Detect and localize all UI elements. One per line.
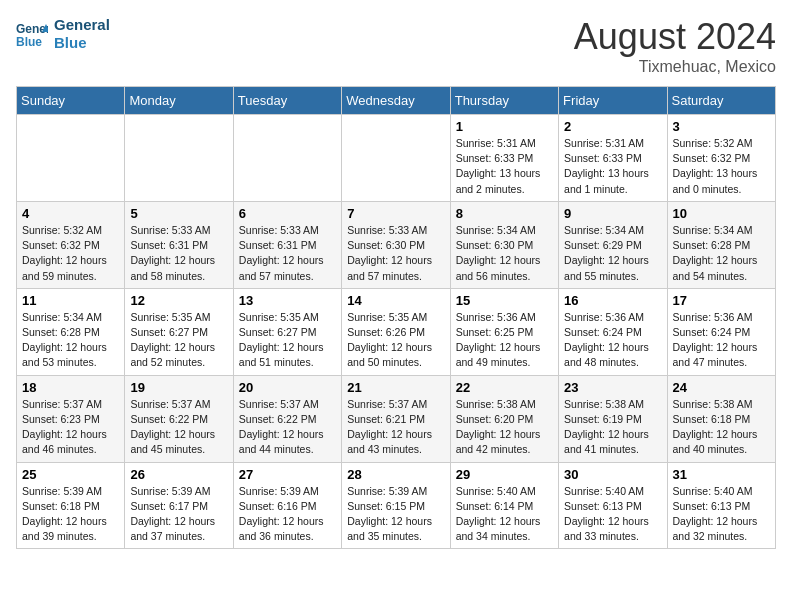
- day-info: Sunrise: 5:39 AMSunset: 6:16 PMDaylight:…: [239, 484, 336, 545]
- header: General Blue General Blue August 2024 Ti…: [16, 16, 776, 76]
- calendar-cell: 10Sunrise: 5:34 AMSunset: 6:28 PMDayligh…: [667, 201, 775, 288]
- calendar-cell: 1Sunrise: 5:31 AMSunset: 6:33 PMDaylight…: [450, 115, 558, 202]
- day-number: 29: [456, 467, 553, 482]
- day-info: Sunrise: 5:38 AMSunset: 6:19 PMDaylight:…: [564, 397, 661, 458]
- calendar-cell: 12Sunrise: 5:35 AMSunset: 6:27 PMDayligh…: [125, 288, 233, 375]
- week-row-5: 25Sunrise: 5:39 AMSunset: 6:18 PMDayligh…: [17, 462, 776, 549]
- calendar-cell: 4Sunrise: 5:32 AMSunset: 6:32 PMDaylight…: [17, 201, 125, 288]
- day-number: 2: [564, 119, 661, 134]
- day-number: 5: [130, 206, 227, 221]
- calendar-cell: 20Sunrise: 5:37 AMSunset: 6:22 PMDayligh…: [233, 375, 341, 462]
- day-number: 31: [673, 467, 770, 482]
- day-info: Sunrise: 5:38 AMSunset: 6:20 PMDaylight:…: [456, 397, 553, 458]
- calendar-cell: [233, 115, 341, 202]
- calendar-cell: 17Sunrise: 5:36 AMSunset: 6:24 PMDayligh…: [667, 288, 775, 375]
- day-number: 23: [564, 380, 661, 395]
- col-header-sunday: Sunday: [17, 87, 125, 115]
- day-info: Sunrise: 5:37 AMSunset: 6:22 PMDaylight:…: [130, 397, 227, 458]
- day-info: Sunrise: 5:35 AMSunset: 6:27 PMDaylight:…: [130, 310, 227, 371]
- week-row-4: 18Sunrise: 5:37 AMSunset: 6:23 PMDayligh…: [17, 375, 776, 462]
- calendar-cell: 19Sunrise: 5:37 AMSunset: 6:22 PMDayligh…: [125, 375, 233, 462]
- calendar-cell: 5Sunrise: 5:33 AMSunset: 6:31 PMDaylight…: [125, 201, 233, 288]
- calendar-cell: 3Sunrise: 5:32 AMSunset: 6:32 PMDaylight…: [667, 115, 775, 202]
- calendar-cell: 21Sunrise: 5:37 AMSunset: 6:21 PMDayligh…: [342, 375, 450, 462]
- day-info: Sunrise: 5:36 AMSunset: 6:24 PMDaylight:…: [564, 310, 661, 371]
- week-row-2: 4Sunrise: 5:32 AMSunset: 6:32 PMDaylight…: [17, 201, 776, 288]
- logo: General Blue General Blue: [16, 16, 110, 52]
- calendar-cell: 8Sunrise: 5:34 AMSunset: 6:30 PMDaylight…: [450, 201, 558, 288]
- calendar-cell: 29Sunrise: 5:40 AMSunset: 6:14 PMDayligh…: [450, 462, 558, 549]
- day-number: 13: [239, 293, 336, 308]
- day-number: 1: [456, 119, 553, 134]
- col-header-monday: Monday: [125, 87, 233, 115]
- title-area: August 2024 Tixmehuac, Mexico: [574, 16, 776, 76]
- day-number: 22: [456, 380, 553, 395]
- calendar-cell: 28Sunrise: 5:39 AMSunset: 6:15 PMDayligh…: [342, 462, 450, 549]
- day-info: Sunrise: 5:33 AMSunset: 6:31 PMDaylight:…: [239, 223, 336, 284]
- day-number: 4: [22, 206, 119, 221]
- day-number: 27: [239, 467, 336, 482]
- calendar-header-row: SundayMondayTuesdayWednesdayThursdayFrid…: [17, 87, 776, 115]
- col-header-thursday: Thursday: [450, 87, 558, 115]
- day-info: Sunrise: 5:39 AMSunset: 6:17 PMDaylight:…: [130, 484, 227, 545]
- day-number: 15: [456, 293, 553, 308]
- calendar-cell: 31Sunrise: 5:40 AMSunset: 6:13 PMDayligh…: [667, 462, 775, 549]
- day-info: Sunrise: 5:40 AMSunset: 6:14 PMDaylight:…: [456, 484, 553, 545]
- logo-icon: General Blue: [16, 20, 48, 48]
- day-number: 18: [22, 380, 119, 395]
- day-info: Sunrise: 5:34 AMSunset: 6:29 PMDaylight:…: [564, 223, 661, 284]
- calendar-cell: 14Sunrise: 5:35 AMSunset: 6:26 PMDayligh…: [342, 288, 450, 375]
- col-header-saturday: Saturday: [667, 87, 775, 115]
- day-number: 8: [456, 206, 553, 221]
- calendar-cell: 27Sunrise: 5:39 AMSunset: 6:16 PMDayligh…: [233, 462, 341, 549]
- svg-text:Blue: Blue: [16, 35, 42, 48]
- day-info: Sunrise: 5:32 AMSunset: 6:32 PMDaylight:…: [22, 223, 119, 284]
- day-info: Sunrise: 5:35 AMSunset: 6:26 PMDaylight:…: [347, 310, 444, 371]
- month-year: August 2024: [574, 16, 776, 58]
- calendar-cell: 26Sunrise: 5:39 AMSunset: 6:17 PMDayligh…: [125, 462, 233, 549]
- calendar-cell: 22Sunrise: 5:38 AMSunset: 6:20 PMDayligh…: [450, 375, 558, 462]
- calendar-body: 1Sunrise: 5:31 AMSunset: 6:33 PMDaylight…: [17, 115, 776, 549]
- day-number: 30: [564, 467, 661, 482]
- day-info: Sunrise: 5:32 AMSunset: 6:32 PMDaylight:…: [673, 136, 770, 197]
- day-info: Sunrise: 5:31 AMSunset: 6:33 PMDaylight:…: [456, 136, 553, 197]
- calendar-cell: 11Sunrise: 5:34 AMSunset: 6:28 PMDayligh…: [17, 288, 125, 375]
- day-number: 9: [564, 206, 661, 221]
- day-info: Sunrise: 5:37 AMSunset: 6:22 PMDaylight:…: [239, 397, 336, 458]
- calendar-cell: 30Sunrise: 5:40 AMSunset: 6:13 PMDayligh…: [559, 462, 667, 549]
- day-info: Sunrise: 5:33 AMSunset: 6:30 PMDaylight:…: [347, 223, 444, 284]
- calendar-cell: [17, 115, 125, 202]
- day-number: 19: [130, 380, 227, 395]
- day-number: 21: [347, 380, 444, 395]
- logo-general: General: [54, 16, 110, 34]
- day-number: 28: [347, 467, 444, 482]
- day-info: Sunrise: 5:36 AMSunset: 6:24 PMDaylight:…: [673, 310, 770, 371]
- location: Tixmehuac, Mexico: [574, 58, 776, 76]
- calendar-cell: 9Sunrise: 5:34 AMSunset: 6:29 PMDaylight…: [559, 201, 667, 288]
- day-info: Sunrise: 5:39 AMSunset: 6:18 PMDaylight:…: [22, 484, 119, 545]
- day-info: Sunrise: 5:39 AMSunset: 6:15 PMDaylight:…: [347, 484, 444, 545]
- calendar-cell: 13Sunrise: 5:35 AMSunset: 6:27 PMDayligh…: [233, 288, 341, 375]
- day-number: 3: [673, 119, 770, 134]
- calendar-cell: 25Sunrise: 5:39 AMSunset: 6:18 PMDayligh…: [17, 462, 125, 549]
- day-info: Sunrise: 5:37 AMSunset: 6:23 PMDaylight:…: [22, 397, 119, 458]
- calendar-cell: 15Sunrise: 5:36 AMSunset: 6:25 PMDayligh…: [450, 288, 558, 375]
- day-number: 25: [22, 467, 119, 482]
- col-header-wednesday: Wednesday: [342, 87, 450, 115]
- calendar-cell: [342, 115, 450, 202]
- col-header-tuesday: Tuesday: [233, 87, 341, 115]
- day-number: 11: [22, 293, 119, 308]
- day-info: Sunrise: 5:31 AMSunset: 6:33 PMDaylight:…: [564, 136, 661, 197]
- day-info: Sunrise: 5:34 AMSunset: 6:28 PMDaylight:…: [673, 223, 770, 284]
- logo-blue: Blue: [54, 34, 110, 52]
- day-number: 12: [130, 293, 227, 308]
- day-info: Sunrise: 5:34 AMSunset: 6:30 PMDaylight:…: [456, 223, 553, 284]
- day-info: Sunrise: 5:34 AMSunset: 6:28 PMDaylight:…: [22, 310, 119, 371]
- calendar-cell: 18Sunrise: 5:37 AMSunset: 6:23 PMDayligh…: [17, 375, 125, 462]
- calendar-cell: 7Sunrise: 5:33 AMSunset: 6:30 PMDaylight…: [342, 201, 450, 288]
- day-info: Sunrise: 5:36 AMSunset: 6:25 PMDaylight:…: [456, 310, 553, 371]
- day-info: Sunrise: 5:38 AMSunset: 6:18 PMDaylight:…: [673, 397, 770, 458]
- day-number: 7: [347, 206, 444, 221]
- week-row-1: 1Sunrise: 5:31 AMSunset: 6:33 PMDaylight…: [17, 115, 776, 202]
- calendar-table: SundayMondayTuesdayWednesdayThursdayFrid…: [16, 86, 776, 549]
